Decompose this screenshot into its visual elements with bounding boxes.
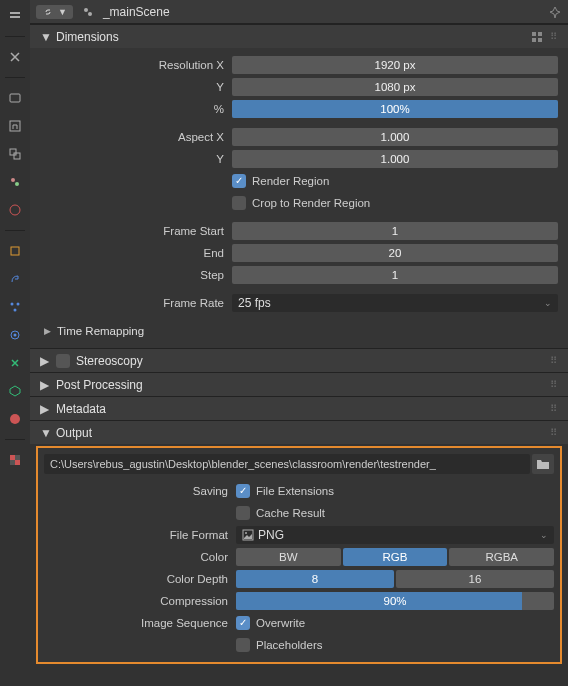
resolution-x-field[interactable]: 1920 px (232, 56, 558, 74)
drag-handle-icon[interactable]: ⠿ (550, 403, 558, 414)
modifier-tab-icon[interactable] (5, 269, 25, 289)
svg-rect-1 (10, 16, 20, 18)
disclosure-right-icon[interactable]: ▶ (40, 378, 50, 392)
svg-point-7 (15, 182, 19, 186)
resolution-x-label: Resolution X (40, 59, 232, 71)
aspect-y-field[interactable]: 1.000 (232, 150, 558, 168)
file-format-label: File Format (44, 529, 236, 541)
crop-label: Crop to Render Region (252, 197, 370, 209)
panel-header-postprocessing[interactable]: ▶ Post Processing ⠿ (30, 372, 568, 396)
resolution-pct-field[interactable]: 100% (232, 100, 558, 118)
svg-point-8 (10, 205, 20, 215)
chevron-down-icon: ⌄ (540, 530, 548, 540)
depth-16-button[interactable]: 16 (396, 570, 554, 588)
viewlayer-tab-icon[interactable] (5, 144, 25, 164)
texture-tab-icon[interactable] (5, 450, 25, 470)
time-remapping-subpanel[interactable]: ▶Time Remapping (40, 320, 558, 342)
drag-handle-icon[interactable]: ⠿ (550, 31, 558, 42)
render-tab-icon[interactable] (5, 88, 25, 108)
svg-point-20 (84, 8, 88, 12)
drag-handle-icon[interactable]: ⠿ (550, 427, 558, 438)
scene-icon (81, 5, 95, 19)
drag-handle-icon[interactable]: ⠿ (550, 355, 558, 366)
overwrite-label: Overwrite (256, 617, 305, 629)
panel-title: Dimensions (56, 30, 524, 44)
color-rgb-button[interactable]: RGB (343, 548, 448, 566)
cache-result-checkbox[interactable] (236, 506, 250, 520)
depth-8-button[interactable]: 8 (236, 570, 394, 588)
panel-header-dimensions[interactable]: ▼ Dimensions ⠿ (30, 24, 568, 48)
drag-handle-icon[interactable]: ⠿ (550, 379, 558, 390)
panel-header-stereoscopy[interactable]: ▶ Stereoscopy ⠿ (30, 348, 568, 372)
color-rgba-button[interactable]: RGBA (449, 548, 554, 566)
image-icon (242, 529, 254, 541)
frame-rate-select[interactable]: 25 fps⌄ (232, 294, 558, 312)
frame-end-field[interactable]: 20 (232, 244, 558, 262)
aspect-x-label: Aspect X (40, 131, 232, 143)
scene-name: _mainScene (103, 5, 170, 19)
svg-rect-9 (11, 247, 19, 255)
data-tab-icon[interactable] (5, 381, 25, 401)
svg-point-6 (11, 178, 15, 182)
pin-context-dropdown[interactable]: ▼ (36, 5, 73, 19)
svg-point-12 (14, 309, 17, 312)
disclosure-right-icon[interactable]: ▶ (40, 402, 50, 416)
panel-header-output[interactable]: ▼ Output ⠿ (30, 420, 568, 444)
frame-start-field[interactable]: 1 (232, 222, 558, 240)
output-tab-icon[interactable] (5, 116, 25, 136)
constraint-tab-icon[interactable] (5, 353, 25, 373)
frame-rate-label: Frame Rate (40, 297, 232, 309)
tool-tab-icon[interactable] (5, 47, 25, 67)
chevron-down-icon: ▼ (58, 7, 67, 17)
properties-tab-sidebar (0, 0, 30, 686)
svg-rect-17 (15, 460, 20, 465)
context-dropdown-icon[interactable] (5, 6, 25, 26)
file-format-select[interactable]: PNG⌄ (236, 526, 554, 544)
file-extensions-checkbox[interactable] (236, 484, 250, 498)
output-panel-highlighted: C:\Users\rebus_agustin\Desktop\blender_s… (36, 446, 562, 664)
color-label: Color (44, 551, 236, 563)
svg-point-14 (14, 334, 17, 337)
scene-tab-icon[interactable] (5, 172, 25, 192)
world-tab-icon[interactable] (5, 200, 25, 220)
disclosure-down-icon[interactable]: ▼ (40, 426, 50, 440)
disclosure-right-icon[interactable]: ▶ (40, 354, 50, 368)
browse-folder-button[interactable] (532, 454, 554, 474)
output-path-field[interactable]: C:\Users\rebus_agustin\Desktop\blender_s… (44, 454, 530, 474)
stereoscopy-enable-checkbox[interactable] (56, 354, 70, 368)
resolution-y-label: Y (40, 81, 232, 93)
placeholders-label: Placeholders (256, 639, 322, 651)
pin-icon[interactable] (548, 5, 562, 19)
frame-step-label: Step (40, 269, 232, 281)
frame-start-label: Frame Start (40, 225, 232, 237)
color-depth-label: Color Depth (44, 573, 236, 585)
frame-step-field[interactable]: 1 (232, 266, 558, 284)
properties-header: ▼ _mainScene (30, 0, 568, 24)
material-tab-icon[interactable] (5, 409, 25, 429)
panel-header-metadata[interactable]: ▶ Metadata ⠿ (30, 396, 568, 420)
compression-slider[interactable]: 90% (236, 592, 554, 610)
disclosure-down-icon[interactable]: ▼ (40, 30, 50, 44)
disclosure-right-icon[interactable]: ▶ (44, 326, 51, 336)
color-mode-group: BW RGB RGBA (236, 548, 554, 566)
frame-end-label: End (40, 247, 232, 259)
panel-title: Metadata (56, 402, 544, 416)
overwrite-checkbox[interactable] (236, 616, 250, 630)
svg-rect-3 (10, 121, 20, 131)
resolution-y-field[interactable]: 1080 px (232, 78, 558, 96)
svg-rect-2 (10, 94, 20, 102)
crop-checkbox[interactable] (232, 196, 246, 210)
preset-icon[interactable] (530, 30, 544, 44)
color-bw-button[interactable]: BW (236, 548, 341, 566)
physics-tab-icon[interactable] (5, 325, 25, 345)
placeholders-checkbox[interactable] (236, 638, 250, 652)
resolution-pct-label: % (40, 103, 232, 115)
particle-tab-icon[interactable] (5, 297, 25, 317)
svg-rect-16 (10, 455, 15, 460)
render-region-checkbox[interactable] (232, 174, 246, 188)
object-tab-icon[interactable] (5, 241, 25, 261)
svg-point-10 (11, 303, 14, 306)
aspect-x-field[interactable]: 1.000 (232, 128, 558, 146)
svg-rect-5 (14, 153, 20, 159)
folder-icon (536, 458, 550, 470)
